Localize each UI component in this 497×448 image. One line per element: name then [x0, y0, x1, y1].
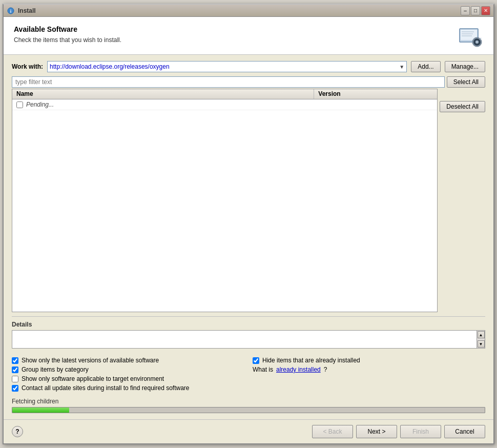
table-header: Name Version: [12, 89, 437, 99]
window-icon: i: [7, 7, 15, 15]
latest-versions-checkbox[interactable]: [12, 357, 18, 364]
title-bar: i Install – □ ✕: [4, 5, 493, 17]
cancel-button[interactable]: Cancel: [444, 425, 485, 438]
progress-fill: [12, 408, 69, 413]
filter-row: Select All: [12, 76, 485, 88]
scroll-down-icon[interactable]: ▼: [478, 340, 485, 348]
finish-button[interactable]: Finish: [400, 425, 441, 438]
svg-point-9: [475, 40, 479, 44]
option-latest-versions: Show only the latest versions of availab…: [12, 357, 244, 364]
side-buttons: Select All: [447, 76, 485, 88]
table-area: Name Version Pending... Deselect All: [12, 89, 485, 312]
header-text: Available Software Check the items that …: [14, 25, 121, 44]
hide-installed-label: Hide items that are already installed: [262, 357, 360, 364]
details-content: [12, 331, 477, 348]
page-subtitle: Check the items that you wish to install…: [14, 36, 121, 44]
details-label: Details: [12, 321, 485, 328]
next-button[interactable]: Next >: [356, 425, 397, 438]
header-icon: [458, 25, 483, 48]
work-with-dropdown[interactable]: http://download.eclipse.org/releases/oxy…: [47, 61, 407, 72]
add-button[interactable]: Add...: [411, 61, 440, 72]
minimize-button[interactable]: –: [461, 6, 470, 15]
window-controls: – □ ✕: [461, 6, 490, 15]
target-env-checkbox[interactable]: [12, 376, 18, 382]
options-section: Show only the latest versions of availab…: [12, 357, 485, 392]
row-checkbox[interactable]: [16, 101, 23, 108]
dropdown-arrow-icon: ▼: [399, 64, 404, 70]
details-section: Details ▲ ▼: [12, 316, 485, 351]
footer: ? < Back Next > Finish Cancel: [4, 419, 493, 443]
option-what-is-installed: What is already installed ?: [253, 366, 485, 373]
select-all-button[interactable]: Select All: [447, 76, 485, 88]
col-version-header: Version: [314, 89, 437, 99]
col-name-header: Name: [12, 89, 314, 99]
option-hide-installed: Hide items that are already installed: [253, 357, 485, 364]
software-table: Name Version Pending...: [12, 89, 438, 312]
status-text: Fetching children: [12, 398, 485, 405]
right-buttons: Deselect All: [440, 101, 485, 312]
pending-label: Pending...: [26, 101, 54, 108]
close-button[interactable]: ✕: [481, 6, 490, 15]
what-is-suffix: ?: [324, 366, 327, 373]
footer-left: ?: [12, 426, 23, 437]
what-is-text: What is: [253, 366, 273, 373]
page-title: Available Software: [14, 25, 121, 33]
deselect-all-button[interactable]: Deselect All: [440, 101, 485, 112]
work-with-url: http://download.eclipse.org/releases/oxy…: [50, 63, 169, 70]
option-target-env: Show only software applicable to target …: [12, 375, 244, 382]
status-section: Fetching children: [12, 398, 485, 413]
table-body: Pending...: [12, 99, 437, 312]
progress-bar: [12, 407, 485, 413]
contact-update-checkbox[interactable]: [12, 385, 18, 392]
option-contact-update-sites: Contact all update sites during install …: [12, 384, 485, 392]
scroll-up-icon[interactable]: ▲: [478, 331, 485, 338]
main-content: Work with: http://download.eclipse.org/r…: [4, 55, 493, 419]
filter-input[interactable]: [12, 76, 445, 88]
work-with-row: Work with: http://download.eclipse.org/r…: [12, 61, 485, 72]
hide-installed-checkbox[interactable]: [253, 357, 259, 364]
install-window: i Install – □ ✕ Available Software Check…: [3, 4, 494, 444]
table-row: Pending...: [12, 99, 437, 110]
restore-button[interactable]: □: [471, 6, 480, 15]
svg-text:i: i: [10, 9, 12, 14]
details-box: ▲ ▼: [12, 330, 485, 349]
target-env-label: Show only software applicable to target …: [22, 375, 164, 382]
work-with-label: Work with:: [12, 63, 43, 70]
option-group-by-category: Group items by category: [12, 366, 244, 373]
group-category-checkbox[interactable]: [12, 366, 18, 373]
window-title: Install: [18, 7, 461, 14]
manage-button[interactable]: Manage...: [445, 61, 485, 72]
group-category-label: Group items by category: [22, 366, 89, 373]
latest-versions-label: Show only the latest versions of availab…: [22, 357, 159, 364]
details-scrollbar: ▲ ▼: [477, 331, 485, 348]
contact-update-label: Contact all update sites during install …: [22, 384, 190, 392]
back-button[interactable]: < Back: [312, 425, 353, 438]
already-installed-link[interactable]: already installed: [276, 366, 321, 373]
footer-buttons: < Back Next > Finish Cancel: [312, 425, 485, 438]
help-button[interactable]: ?: [12, 426, 23, 437]
header-section: Available Software Check the items that …: [4, 17, 493, 55]
